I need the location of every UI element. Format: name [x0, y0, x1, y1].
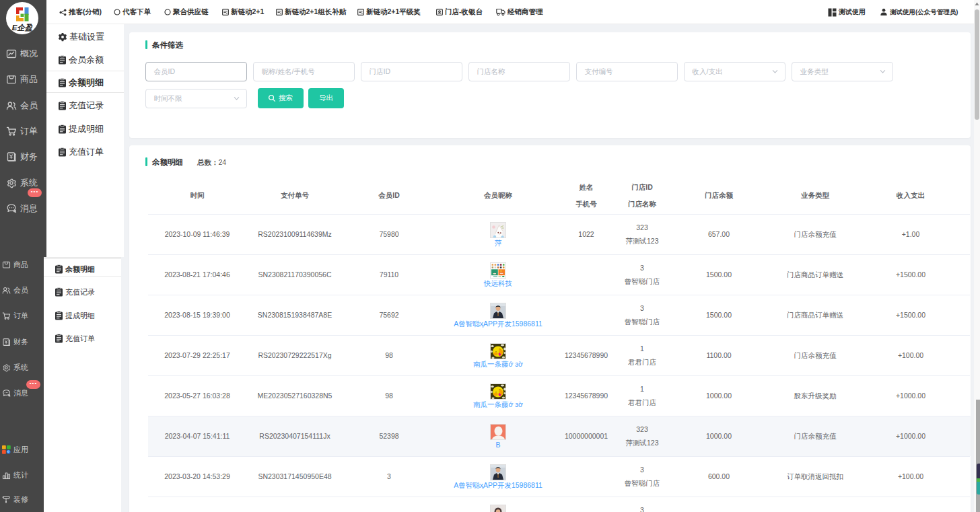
- svg-text:E企盈: E企盈: [12, 24, 33, 32]
